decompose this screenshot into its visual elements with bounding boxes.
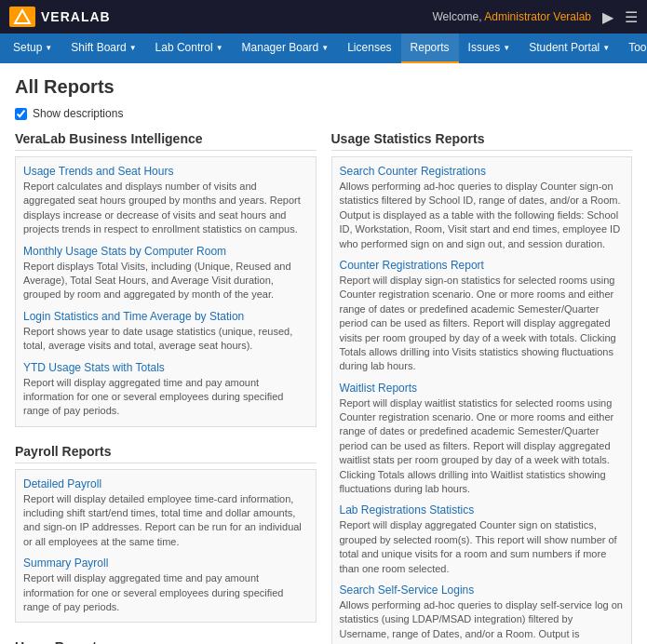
nav-bar: Setup ▼ Shift Board ▼ Lab Control ▼ Mana… [0,34,647,63]
report-item-summary-payroll: Summary Payroll Report will display aggr… [23,557,308,614]
left-column: VeraLab Business Intelligence Usage Tren… [15,131,317,644]
top-bar: VERALAB Welcome, Administrator Veralab ▶… [0,0,647,34]
report-link-ytd-usage[interactable]: YTD Usage Stats with Totals [23,361,308,374]
show-descriptions-row: Show descriptions [15,107,632,120]
report-desc-lab-reg-stats: Report will display aggregated Counter s… [340,518,625,576]
report-desc-counter-registrations: Report will display sign-on statistics f… [340,274,625,374]
report-desc-waitlist: Report will display waitlist statistics … [340,396,625,497]
caret-icon: ▼ [129,44,137,52]
nav-tools[interactable]: Tools ▼ [619,34,647,63]
show-descriptions-checkbox[interactable] [15,108,27,120]
report-item-usage-trends: Usage Trends and Seat Hours Report calcu… [23,165,308,237]
nav-labcontrol[interactable]: Lab Control ▼ [146,34,233,63]
caret-icon: ▼ [45,44,52,52]
caret-icon: ▼ [216,44,223,52]
show-descriptions-label: Show descriptions [33,107,123,120]
report-desc-monthly-usage: Report displays Total Visits, including … [23,260,308,302]
report-group-payroll: Detailed Payroll Report will display det… [15,469,317,624]
report-item-login-stats: Login Statistics and Time Average by Sta… [23,310,308,354]
section-payroll: Payroll Reports Detailed Payroll Report … [15,444,317,624]
welcome-text: Welcome, Administrator Veralab [432,10,591,23]
menu-icon[interactable]: ☰ [625,8,638,26]
report-item-lab-reg-stats: Lab Registrations Statistics Report will… [340,503,625,576]
report-item-monthly-usage: Monthly Usage Stats by Computer Room Rep… [23,245,308,302]
report-link-counter-registrations[interactable]: Counter Registrations Report [340,259,625,272]
report-desc-usage-trends: Report calculates and displays number of… [23,180,308,237]
main-content: All Reports Show descriptions VeraLab Bu… [0,63,647,644]
logo-text: VERALAB [41,9,111,24]
report-link-summary-payroll[interactable]: Summary Payroll [23,557,308,570]
section-title-users: Users Reports [15,639,317,644]
report-link-usage-trends[interactable]: Usage Trends and Seat Hours [23,165,308,178]
section-title-usage-stats: Usage Statistics Reports [331,131,633,151]
section-title-bi: VeraLab Business Intelligence [15,131,317,151]
admin-link[interactable]: Administrator Veralab [484,10,591,23]
logo-icon [9,7,35,27]
user-icon[interactable]: ▶ [602,8,613,26]
report-link-search-selfservice[interactable]: Search Self-Service Logins [340,584,625,597]
section-usage-stats: Usage Statistics Reports Search Counter … [331,131,633,644]
svg-marker-0 [15,10,30,23]
report-item-counter-registrations: Counter Registrations Report Report will… [340,259,625,374]
report-item-detailed-payroll: Detailed Payroll Report will display det… [23,477,308,550]
right-column: Usage Statistics Reports Search Counter … [331,131,633,644]
logo-area: VERALAB [9,7,111,27]
caret-icon: ▼ [321,44,329,52]
section-users: Users Reports Users of Role Report will … [15,639,317,644]
report-desc-ytd-usage: Report will display aggregated time and … [23,376,308,419]
report-desc-search-selfservice: Allows performing ad-hoc queries to disp… [340,598,625,644]
report-link-waitlist[interactable]: Waitlist Reports [340,382,625,395]
nav-issues[interactable]: Issues ▼ [459,34,520,63]
nav-reports[interactable]: Reports [401,34,459,63]
section-title-payroll: Payroll Reports [15,444,317,463]
report-desc-summary-payroll: Report will display aggregated time and … [23,571,308,614]
report-desc-login-stats: Report shows year to date usage statisti… [23,325,308,354]
report-link-lab-reg-stats[interactable]: Lab Registrations Statistics [340,503,625,517]
report-item-search-counter: Search Counter Registrations Allows perf… [340,165,625,251]
report-link-detailed-payroll[interactable]: Detailed Payroll [23,477,308,490]
report-group-usage-stats: Search Counter Registrations Allows perf… [331,156,633,644]
report-link-monthly-usage[interactable]: Monthly Usage Stats by Computer Room [23,245,308,258]
section-veralab-bi: VeraLab Business Intelligence Usage Tren… [15,131,317,427]
caret-icon: ▼ [503,44,510,52]
reports-layout: VeraLab Business Intelligence Usage Tren… [15,131,632,644]
nav-shiftboard[interactable]: Shift Board ▼ [61,34,145,63]
top-right-area: Welcome, Administrator Veralab ▶ ☰ [432,8,638,26]
nav-studentportal[interactable]: Student Portal ▼ [519,34,619,63]
report-link-login-stats[interactable]: Login Statistics and Time Average by Sta… [23,310,308,323]
report-group-bi: Usage Trends and Seat Hours Report calcu… [15,156,317,427]
report-item-ytd-usage: YTD Usage Stats with Totals Report will … [23,361,308,419]
page-title: All Reports [15,76,632,98]
report-desc-detailed-payroll: Report will display detailed employee ti… [23,492,308,550]
report-item-waitlist: Waitlist Reports Report will display wai… [340,382,625,497]
report-link-search-counter[interactable]: Search Counter Registrations [340,165,625,178]
nav-licenses[interactable]: Licenses [338,34,400,63]
nav-managerboard[interactable]: Manager Board ▼ [233,34,339,63]
nav-setup[interactable]: Setup ▼ [4,34,61,63]
report-desc-search-counter: Allows performing ad-hoc queries to disp… [340,180,625,251]
report-item-search-selfservice: Search Self-Service Logins Allows perfor… [340,584,625,644]
caret-icon: ▼ [602,44,610,52]
